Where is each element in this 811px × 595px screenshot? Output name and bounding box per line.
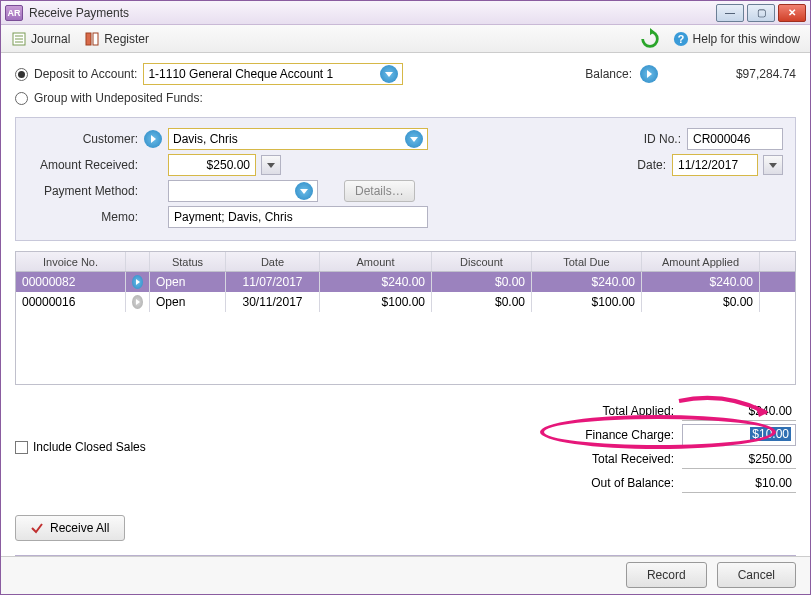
receive-all-button[interactable]: Receive All bbox=[15, 515, 125, 541]
amount-label: Amount Received: bbox=[28, 158, 138, 172]
date-label: Date: bbox=[610, 158, 666, 172]
maximize-button[interactable]: ▢ bbox=[747, 4, 775, 22]
payment-panel: Customer: Davis, Chris ID No.: CR000046 … bbox=[15, 117, 796, 241]
memo-label: Memo: bbox=[28, 210, 138, 224]
out-of-balance-value: $10.00 bbox=[682, 474, 796, 493]
footer: Record Cancel bbox=[1, 556, 810, 594]
id-label: ID No.: bbox=[625, 132, 681, 146]
col-amount[interactable]: Amount bbox=[320, 252, 432, 271]
group-radio[interactable] bbox=[15, 92, 28, 105]
finance-charge-value: $10.00 bbox=[750, 427, 791, 441]
table-row[interactable]: 00000082Open11/07/2017$240.00$0.00$240.0… bbox=[16, 272, 795, 292]
titlebar: AR Receive Payments — ▢ ✕ bbox=[1, 1, 810, 25]
customer-value: Davis, Chris bbox=[173, 132, 238, 146]
deposit-account-combo[interactable]: 1-1110 General Cheque Account 1 bbox=[143, 63, 403, 85]
chevron-down-icon bbox=[380, 65, 398, 83]
cancel-button[interactable]: Cancel bbox=[717, 562, 796, 588]
svg-rect-5 bbox=[93, 33, 98, 45]
minimize-button[interactable]: — bbox=[716, 4, 744, 22]
col-applied[interactable]: Amount Applied bbox=[642, 252, 760, 271]
grid-header: Invoice No. Status Date Amount Discount … bbox=[16, 252, 795, 272]
out-of-balance-label: Out of Balance: bbox=[591, 476, 674, 490]
toolbar: Journal Register ? Help for this window bbox=[1, 25, 810, 53]
svg-rect-4 bbox=[86, 33, 91, 45]
date-value: 11/12/2017 bbox=[678, 158, 738, 172]
id-value: CR000046 bbox=[693, 132, 750, 146]
receive-all-label: Receive All bbox=[50, 521, 109, 535]
include-closed-checkbox[interactable]: Include Closed Sales bbox=[15, 399, 146, 495]
record-button[interactable]: Record bbox=[626, 562, 707, 588]
include-closed-label: Include Closed Sales bbox=[33, 440, 146, 454]
col-drill bbox=[126, 252, 150, 271]
invoice-grid: Invoice No. Status Date Amount Discount … bbox=[15, 251, 796, 385]
svg-text:?: ? bbox=[677, 32, 684, 44]
deposit-radio[interactable] bbox=[15, 68, 28, 81]
help-button[interactable]: ? Help for this window bbox=[673, 31, 800, 47]
total-received-label: Total Received: bbox=[592, 452, 674, 466]
deposit-account-value: 1-1110 General Cheque Account 1 bbox=[148, 67, 333, 81]
customer-drill-icon[interactable] bbox=[144, 130, 162, 148]
col-invoice[interactable]: Invoice No. bbox=[16, 252, 126, 271]
register-label: Register bbox=[104, 32, 149, 46]
chevron-down-icon bbox=[405, 130, 423, 148]
memo-field[interactable]: Payment; Davis, Chris bbox=[168, 206, 428, 228]
receive-all-icon bbox=[30, 521, 44, 535]
register-button[interactable]: Register bbox=[84, 31, 149, 47]
details-label: Details… bbox=[355, 184, 404, 198]
col-date[interactable]: Date bbox=[226, 252, 320, 271]
finance-charge-label: Finance Charge: bbox=[585, 428, 674, 442]
amount-dropdown[interactable] bbox=[261, 155, 281, 175]
method-label: Payment Method: bbox=[28, 184, 138, 198]
chevron-down-icon bbox=[295, 182, 313, 200]
method-combo[interactable] bbox=[168, 180, 318, 202]
cancel-label: Cancel bbox=[738, 568, 775, 582]
total-received-value: $250.00 bbox=[682, 450, 796, 469]
id-field[interactable]: CR000046 bbox=[687, 128, 783, 150]
memo-value: Payment; Davis, Chris bbox=[174, 210, 293, 224]
total-applied-value: $240.00 bbox=[682, 402, 796, 421]
col-total-due[interactable]: Total Due bbox=[532, 252, 642, 271]
help-label: Help for this window bbox=[693, 32, 800, 46]
date-dropdown[interactable] bbox=[763, 155, 783, 175]
amount-value: $250.00 bbox=[207, 158, 250, 172]
finance-charge-field[interactable]: $10.00 bbox=[682, 424, 796, 446]
close-button[interactable]: ✕ bbox=[778, 4, 806, 22]
journal-button[interactable]: Journal bbox=[11, 31, 70, 47]
app-icon: AR bbox=[5, 5, 23, 21]
date-field[interactable]: 11/12/2017 bbox=[672, 154, 758, 176]
balance-drill-icon[interactable] bbox=[640, 65, 658, 83]
help-icon: ? bbox=[673, 31, 689, 47]
balance-label: Balance: bbox=[585, 67, 632, 81]
amount-field[interactable]: $250.00 bbox=[168, 154, 256, 176]
register-icon bbox=[84, 31, 100, 47]
journal-icon bbox=[11, 31, 27, 47]
table-row[interactable]: 00000016Open30/11/2017$100.00$0.00$100.0… bbox=[16, 292, 795, 312]
journal-label: Journal bbox=[31, 32, 70, 46]
checkbox-icon bbox=[15, 441, 28, 454]
details-button[interactable]: Details… bbox=[344, 180, 415, 202]
customer-label: Customer: bbox=[28, 132, 138, 146]
group-label: Group with Undeposited Funds: bbox=[34, 91, 203, 105]
customer-combo[interactable]: Davis, Chris bbox=[168, 128, 428, 150]
balance-value: $97,284.74 bbox=[696, 67, 796, 81]
window-title: Receive Payments bbox=[29, 6, 716, 20]
deposit-label: Deposit to Account: bbox=[34, 67, 137, 81]
col-discount[interactable]: Discount bbox=[432, 252, 532, 271]
col-status[interactable]: Status bbox=[150, 252, 226, 271]
refresh-icon[interactable] bbox=[639, 28, 661, 50]
record-label: Record bbox=[647, 568, 686, 582]
total-applied-label: Total Applied: bbox=[603, 404, 674, 418]
